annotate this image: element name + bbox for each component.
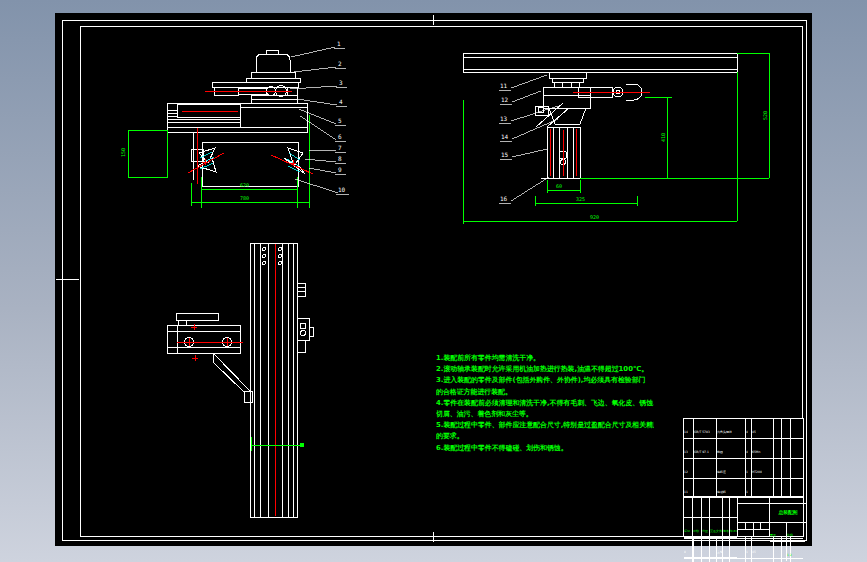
cad-viewport: 150 620 780 1 2 3 [0, 0, 867, 562]
cell [774, 439, 782, 458]
cell: 单件 [774, 490, 782, 496]
cell: 切屑、油污、着色剂和灰尘等。 [436, 408, 541, 419]
dim-front-inner-width: 620 [240, 182, 249, 188]
dim-side-outer-height: 520 [762, 111, 768, 120]
drawing-title-box: 总装配图 [770, 503, 806, 523]
dim-side-total-width: 920 [590, 214, 599, 220]
cell: 备注 [791, 490, 803, 496]
cell: GB/T 5783 [694, 419, 717, 438]
note-line: 1.装配前所有零件均需清洗干净。 [436, 352, 654, 363]
cell [693, 498, 702, 517]
balloon-14: 14 [501, 133, 509, 140]
bom-row: 11电动机1 [684, 479, 803, 499]
balloon-7: 7 [338, 144, 342, 151]
plan-view-dimensions [251, 437, 304, 451]
cell: 65Mn [752, 439, 774, 458]
title-block-row [684, 538, 737, 558]
cell: 更改文件号 [710, 518, 723, 537]
note-line: 切屑、油污、着色剂和灰尘等。 [436, 408, 654, 419]
dim-side-foot-width: 60 [556, 183, 562, 189]
cell: 1.装配前所有零件均需清洗干净。 [436, 352, 549, 363]
side-view-dimensions: 410 520 60 325 920 [463, 53, 769, 224]
cell: 2.滚动轴承装配时允许采用机油加热进行热装,油温不得超过100℃。 [436, 363, 654, 374]
bom-rows: 14GB/T 5783六角头螺栓44513GB/T 97.1垫圈465Mn12电… [684, 419, 803, 490]
cell: 代号 [694, 490, 717, 496]
cell: 标 [754, 522, 762, 529]
cell: 分区 [702, 518, 710, 537]
bom-row: 13GB/T 97.1垫圈465Mn [684, 439, 803, 459]
title-block-revision-grid: 标记处数分区更改文件号签名年月日设计校核审核工艺批准 [684, 498, 737, 536]
stage-row: 阶段标记 [738, 522, 769, 530]
balloon-9: 9 [338, 166, 342, 173]
cell [684, 538, 693, 557]
cell: 序号 [684, 490, 694, 496]
cell: 记 [761, 522, 769, 529]
note-line: 的要求。 [436, 430, 654, 441]
cell: 阶 [738, 522, 746, 529]
cell: GB/T 97.1 [694, 439, 717, 458]
note-line: 2.滚动轴承装配时允许采用机油加热进行热装,油温不得超过100℃。 [436, 363, 654, 374]
cell: 12 [684, 459, 694, 478]
cell [791, 439, 803, 458]
cell: 校核 [710, 558, 723, 562]
cell [702, 538, 710, 557]
note-line: 6.装配过程中零件不得磕碰、划伤和锈蚀。 [436, 442, 654, 453]
dim-side-inner-height: 410 [660, 133, 666, 142]
front-view-dimensions: 150 620 780 [120, 115, 309, 208]
cell: 六角头螺栓 [717, 419, 746, 438]
cell: 标记 [684, 518, 693, 537]
cell [710, 538, 723, 557]
drawing-number-box [738, 503, 769, 523]
balloon-5: 5 [338, 117, 342, 124]
cell: 名称 [717, 490, 746, 496]
cell [774, 459, 782, 478]
cell: 45 [752, 419, 774, 438]
sheet-count-cells: 共 1 张第 1 张 [738, 530, 769, 536]
note-line: 的合格证方能进行装配。 [436, 386, 654, 397]
cell: HT200 [752, 459, 774, 478]
title-block-row [684, 498, 737, 518]
title-block: 标记处数分区更改文件号签名年月日设计校核审核工艺批准 阶段标记 共 1 张第 1… [683, 497, 804, 537]
weight-scale-cells: 重量比例1:2 [770, 522, 805, 536]
balloon-6: 6 [338, 133, 342, 140]
cell [723, 558, 730, 562]
cell [791, 459, 803, 478]
balloon-1: 1 [337, 40, 341, 47]
front-view-linework [167, 50, 307, 186]
cell: 段 [746, 522, 754, 529]
stage-mark-cells: 阶段标记 [738, 522, 769, 530]
cell: 的要求。 [436, 430, 466, 441]
cell [782, 459, 791, 478]
balloon-16: 16 [500, 195, 508, 202]
cell: 1:2 [787, 542, 804, 561]
side-view-leaders: 11 12 13 14 15 16 [499, 75, 558, 203]
balloon-2: 2 [338, 60, 342, 67]
cell: 垫圈 [717, 439, 746, 458]
cell [730, 558, 737, 562]
cell: 年月日 [730, 518, 737, 537]
note-line: 3.进入装配的零件及部件(包括外购件、外协件),均必须具有检验部门 [436, 374, 654, 385]
cell [730, 498, 737, 517]
drawing-title: 总装配图 [778, 510, 797, 515]
cell [702, 558, 710, 562]
note-line: 4.零件在装配前必须清理和清洗干净,不得有毛刺、飞边、氧化皮、锈蚀、 [436, 397, 654, 408]
cell [782, 419, 791, 438]
plan-view-linework [167, 243, 313, 517]
sheet-row: 共 1 张第 1 张 [738, 530, 769, 536]
cell: 3.进入装配的零件及部件(包括外购件、外协件),均必须具有检验部门 [436, 374, 654, 385]
weight-scale-row: 重量比例 [770, 522, 805, 542]
title-block-row: 设计校核 [684, 558, 737, 562]
cell: 总计 [782, 490, 791, 496]
cell: 第 1 张 [754, 530, 769, 536]
technical-notes: 1.装配前所有零件均需清洗干净。2.滚动轴承装配时允许采用机油加热进行热装,油温… [436, 352, 654, 453]
note-line: 5.装配过程中零件、部件应注意配合尺寸,特别是过盈配合尺寸及相关精度 [436, 419, 654, 430]
dim-side-mid-width: 325 [576, 196, 585, 202]
balloon-11: 11 [500, 82, 508, 89]
cell [684, 498, 693, 517]
cell: 4.零件在装配前必须清理和清洗干净,不得有毛刺、飞边、氧化皮、锈蚀、 [436, 397, 654, 408]
title-block-right: 总装配图 重量比例1:2 [769, 498, 806, 536]
cell: 14 [684, 419, 694, 438]
cell [770, 542, 787, 561]
balloon-12: 12 [501, 96, 509, 103]
bom-header-row: 序号代号名称数量材料单件总计备注 [684, 490, 803, 496]
